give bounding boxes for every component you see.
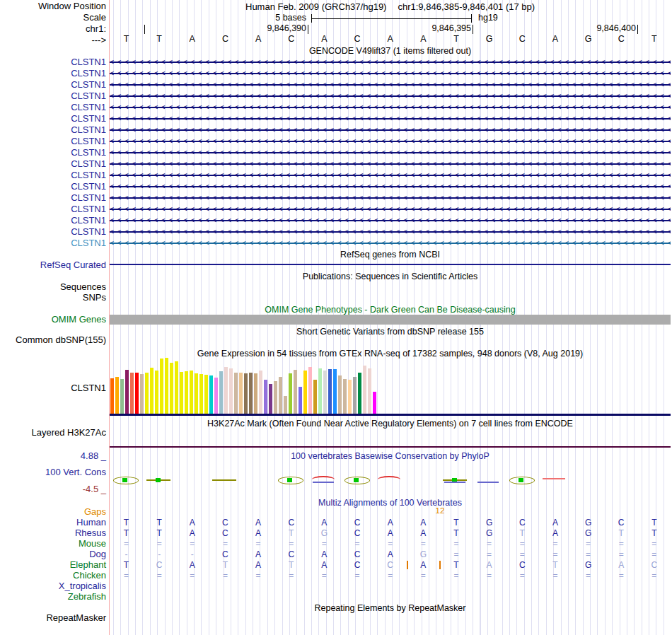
multiz-gap-count: 12 [428,506,452,515]
aln-human-base-9: A [373,518,407,528]
phylop-greenbox [156,478,161,482]
phylop-glyph-base-7 [311,475,337,485]
track-label-species-x_tropicalis[interactable]: X_tropicalis [0,581,106,591]
ruler-base-10: A [407,34,440,44]
gtex-tissue-bar-42 [313,380,317,414]
gene-row-clstn1-13[interactable]: <<<<<<<<<<<<<<<<<<<<<<<<<<<<<<<<<<<<<<<<… [110,192,671,204]
phylop-greenbox [519,478,523,482]
aln-rhesus-base-15: G [572,528,605,539]
aln-human-base-7: A [308,518,341,528]
track-label-100-vert-cons[interactable]: 100 Vert. Cons [0,467,106,477]
aln-chicken-base-10: = [407,571,440,581]
gene-row-clstn1-11[interactable]: <<<<<<<<<<<<<<<<<<<<<<<<<<<<<<<<<<<<<<<<… [110,170,671,181]
ruler-base-11: T [439,34,473,44]
track-label-species-mouse[interactable]: Mouse [0,539,106,549]
gtex-expression-barchart[interactable] [110,357,376,414]
track-label-clstn1-3[interactable]: CLSTN1 [0,80,106,90]
gene-row-clstn1-17[interactable]: <<<<<<<<<<<<<<<<<<<<<<<<<<<<<<<<<<<<<<<<… [110,238,671,249]
aln-chicken-base-17: = [637,571,671,581]
refseq-curated-gene-line[interactable] [110,264,671,265]
gtex-tissue-bar-30 [254,373,257,414]
track-label-clstn1-7[interactable]: CLSTN1 [0,125,106,135]
gene-row-clstn1-12[interactable]: <<<<<<<<<<<<<<<<<<<<<<<<<<<<<<<<<<<<<<<<… [110,181,671,192]
h3k27ac-signal-baseline[interactable] [110,446,671,448]
track-label-clstn1-17[interactable]: CLSTN1 [0,238,106,248]
gene-row-clstn1-9[interactable]: <<<<<<<<<<<<<<<<<<<<<<<<<<<<<<<<<<<<<<<<… [110,147,671,158]
gene-row-clstn1-7[interactable]: <<<<<<<<<<<<<<<<<<<<<<<<<<<<<<<<<<<<<<<<… [110,124,671,136]
gene-row-clstn1-6[interactable]: <<<<<<<<<<<<<<<<<<<<<<<<<<<<<<<<<<<<<<<<… [110,113,671,124]
track-label-sequences[interactable]: Sequences [0,282,106,292]
gene-row-clstn1-14[interactable]: <<<<<<<<<<<<<<<<<<<<<<<<<<<<<<<<<<<<<<<<… [110,204,671,215]
track-label-species-human[interactable]: Human [0,518,106,528]
track-label-clstn1-9[interactable]: CLSTN1 [0,148,106,158]
aln-rhesus-base-6: T [274,528,308,539]
track-label-species-gaps[interactable]: Gaps [0,507,106,517]
aln-elephant-base-3: A [175,560,209,571]
omim-genes-bar[interactable] [110,315,671,325]
gtex-tissue-bar-1 [110,378,114,414]
gtex-tissue-bar-12 [165,358,168,414]
gene-row-clstn1-2[interactable]: <<<<<<<<<<<<<<<<<<<<<<<<<<<<<<<<<<<<<<<<… [110,68,671,79]
track-label-refseq-curated[interactable]: RefSeq Curated [0,260,106,270]
scale-label: Scale [0,13,106,23]
gtex-tissue-bar-54 [373,392,376,414]
genome-browser-image: Window Position Human Feb. 2009 (GRCh37/… [0,0,672,635]
track-label-clstn1-16[interactable]: CLSTN1 [0,227,106,237]
scale-ruler-line [311,18,472,19]
track-label-clstn1-8[interactable]: CLSTN1 [0,136,106,146]
gtex-tissue-bar-22 [214,378,218,414]
ruler-base-7: A [308,34,341,44]
aln-chicken-base-14: = [538,571,572,581]
track-label-species-dog[interactable]: Dog [0,549,106,559]
track-label-clstn1-11[interactable]: CLSTN1 [0,170,106,180]
gtex-tissue-bar-53 [368,368,371,414]
aln-mouse-base-13: = [506,539,539,549]
gene-row-clstn1-4[interactable]: <<<<<<<<<<<<<<<<<<<<<<<<<<<<<<<<<<<<<<<<… [110,91,671,102]
reverse-strand-arrows: <<<<<<<<<<<<<<<<<<<<<<<<<<<<<<<<<<<<<<<<… [110,215,671,226]
aln-human-base-1: T [110,518,143,528]
aln-elephant-base-5: A [242,560,275,571]
aln-elephant-base-6: T [274,560,308,571]
gene-row-clstn1-16[interactable]: <<<<<<<<<<<<<<<<<<<<<<<<<<<<<<<<<<<<<<<<… [110,226,671,238]
aln-dog-base-5: A [242,549,275,560]
gene-row-clstn1-3[interactable]: <<<<<<<<<<<<<<<<<<<<<<<<<<<<<<<<<<<<<<<<… [110,79,671,91]
track-label-clstn1-1[interactable]: CLSTN1 [0,57,106,67]
gene-row-clstn1-15[interactable]: <<<<<<<<<<<<<<<<<<<<<<<<<<<<<<<<<<<<<<<<… [110,215,671,226]
track-label-species-rhesus[interactable]: Rhesus [0,528,106,538]
gene-row-clstn1-10[interactable]: <<<<<<<<<<<<<<<<<<<<<<<<<<<<<<<<<<<<<<<<… [110,158,671,170]
track-label-clstn1-15[interactable]: CLSTN1 [0,216,106,226]
track-title-repeatmasker: Repeating Elements by RepeatMasker [110,603,671,613]
track-label-omim-genes[interactable]: OMIM Genes [0,315,106,325]
track-label-snps[interactable]: SNPs [0,293,106,303]
track-label-clstn1-4[interactable]: CLSTN1 [0,91,106,101]
track-label-clstn1-14[interactable]: CLSTN1 [0,204,106,214]
ruler-base-16: C [605,34,638,44]
track-label-clstn1-13[interactable]: CLSTN1 [0,193,106,203]
aln-mouse-base-17: = [637,539,671,549]
track-label-species-zebrafish[interactable]: Zebrafish [0,592,106,602]
track-label-species-elephant[interactable]: Elephant [0,560,106,570]
track-label-gtex-clstn1[interactable]: CLSTN1 [0,383,106,393]
track-label-common-dbsnp[interactable]: Common dbSNP(155) [0,335,106,345]
track-label-clstn1-5[interactable]: CLSTN1 [0,103,106,112]
track-label-clstn1-12[interactable]: CLSTN1 [0,182,106,192]
aln-elephant-base-8: C [341,560,374,571]
aln-mouse-base-1: = [110,539,143,549]
track-label-clstn1-2[interactable]: CLSTN1 [0,69,106,78]
phylop-glyph-base-1 [112,475,139,485]
gene-row-clstn1-5[interactable]: <<<<<<<<<<<<<<<<<<<<<<<<<<<<<<<<<<<<<<<<… [110,102,671,113]
aln-chicken-base-16: = [605,571,638,581]
track-label-species-chicken[interactable]: Chicken [0,571,106,581]
window-position-label: Window Position [0,1,106,11]
track-title-publications: Publications: Sequences in Scientific Ar… [110,272,671,281]
aln-human-base-17: T [637,518,671,528]
track-label-layered-h3k27ac[interactable]: Layered H3K27Ac [0,428,106,438]
gene-row-clstn1-1[interactable]: <<<<<<<<<<<<<<<<<<<<<<<<<<<<<<<<<<<<<<<<… [110,57,671,68]
gene-row-clstn1-8[interactable]: <<<<<<<<<<<<<<<<<<<<<<<<<<<<<<<<<<<<<<<<… [110,136,671,147]
track-label-clstn1-6[interactable]: CLSTN1 [0,114,106,124]
gtex-gene-model-line[interactable] [110,414,671,416]
phylop-blueline [477,482,499,483]
track-label-clstn1-10[interactable]: CLSTN1 [0,159,106,169]
aln-chicken-base-9: = [373,571,407,581]
track-label-repeatmasker[interactable]: RepeatMasker [0,613,106,623]
